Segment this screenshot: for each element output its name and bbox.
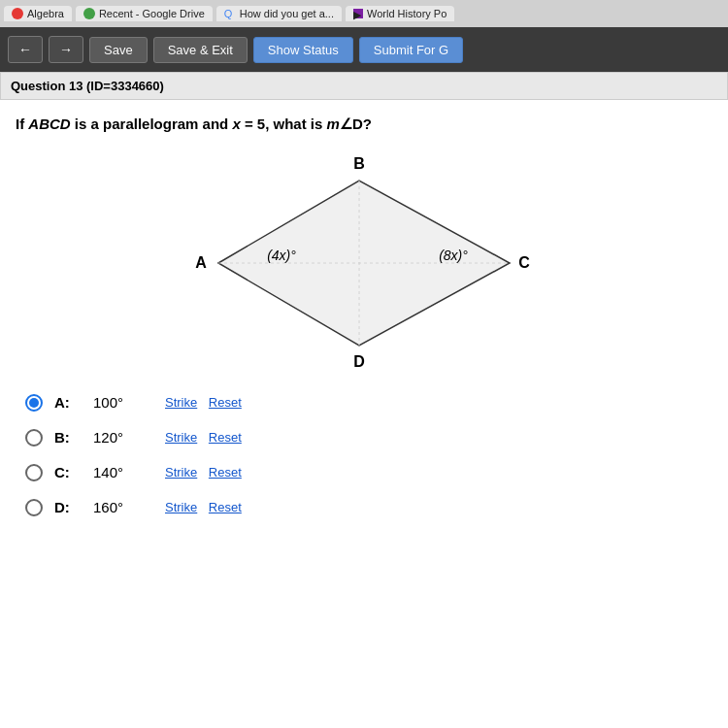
- choice-a-reset[interactable]: Reset: [209, 395, 242, 410]
- vertex-c-label: C: [518, 254, 530, 271]
- question-header: Question 13 (ID=3334660): [0, 72, 728, 100]
- answer-choice-a: A: 100° Strike Reset: [25, 394, 712, 412]
- choice-c-value: 140°: [93, 464, 142, 480]
- tab-label-history: World History Po: [367, 8, 447, 19]
- tab-search[interactable]: Q How did you get a...: [216, 6, 342, 21]
- question-angle-symbol: ∠D?: [340, 116, 372, 132]
- tab-icon-history: ▶: [353, 9, 363, 18]
- vertex-d-label: D: [353, 353, 365, 370]
- answer-choice-d: D: 160° Strike Reset: [25, 499, 712, 516]
- submit-button[interactable]: Submit For G: [359, 37, 463, 63]
- choice-b-strike[interactable]: Strike: [165, 430, 197, 445]
- choice-c-reset[interactable]: Reset: [209, 465, 242, 480]
- tab-label-algebra: Algebra: [27, 8, 64, 19]
- tab-icon-search: Q: [224, 8, 236, 19]
- tab-drive[interactable]: Recent - Google Drive: [76, 6, 213, 21]
- choice-c-links: Strike Reset: [165, 465, 249, 480]
- tab-history[interactable]: ▶ World History Po: [346, 6, 454, 21]
- choice-a-links: Strike Reset: [165, 395, 249, 410]
- question-area: Question 13 (ID=3334660) If ABCD is a pa…: [0, 72, 728, 547]
- question-prefix: If: [16, 116, 28, 132]
- radio-c[interactable]: [25, 464, 43, 481]
- vertex-a-label: A: [195, 254, 207, 271]
- question-content: If ABCD is a parallelogram and x = 5, wh…: [0, 100, 728, 547]
- question-abcd: ABCD: [28, 116, 70, 132]
- choice-d-strike[interactable]: Strike: [165, 500, 197, 514]
- tab-icon-algebra: [12, 8, 23, 19]
- tab-label-search: How did you get a...: [240, 8, 334, 19]
- radio-a[interactable]: [25, 394, 43, 412]
- parallelogram-diagram: B A C D (4x)° (8x)°: [180, 151, 548, 375]
- choice-c-strike[interactable]: Strike: [165, 465, 197, 480]
- choice-b-links: Strike Reset: [165, 430, 249, 445]
- question-xeq: x: [232, 116, 240, 132]
- diagram-container: B A C D (4x)° (8x)°: [16, 151, 712, 375]
- choice-b-reset[interactable]: Reset: [209, 430, 242, 445]
- tab-algebra[interactable]: Algebra: [4, 6, 72, 21]
- answer-choice-c: C: 140° Strike Reset: [25, 464, 712, 481]
- tab-icon-drive: [83, 8, 95, 19]
- question-middle: is a parallelogram and: [71, 116, 233, 132]
- choice-b-label: B:: [54, 429, 78, 446]
- answer-choice-b: B: 120° Strike Reset: [25, 429, 712, 447]
- choice-b-value: 120°: [93, 429, 142, 446]
- choice-a-strike[interactable]: Strike: [165, 395, 197, 410]
- choice-d-value: 160°: [93, 499, 142, 515]
- answer-choices: A: 100° Strike Reset B: 120° Strike Rese…: [16, 394, 712, 516]
- radio-a-inner: [29, 398, 39, 408]
- angle-a-label: (4x)°: [267, 248, 296, 263]
- save-exit-button[interactable]: Save & Exit: [153, 37, 248, 63]
- vertex-b-label: B: [353, 155, 365, 172]
- forward-button[interactable]: →: [49, 36, 83, 63]
- show-status-button[interactable]: Show Status: [253, 37, 353, 63]
- choice-d-label: D:: [54, 499, 78, 515]
- radio-d[interactable]: [25, 499, 43, 516]
- angle-c-label: (8x)°: [439, 248, 468, 263]
- save-button[interactable]: Save: [89, 37, 148, 63]
- choice-a-value: 100°: [93, 394, 142, 411]
- choice-a-label: A:: [54, 394, 78, 411]
- tab-bar: Algebra Recent - Google Drive Q How did …: [0, 0, 728, 27]
- radio-b[interactable]: [25, 429, 43, 447]
- choice-c-label: C:: [54, 464, 78, 480]
- question-mangle: m: [327, 116, 340, 132]
- choice-d-reset[interactable]: Reset: [209, 500, 242, 514]
- toolbar: ← → Save Save & Exit Show Status Submit …: [0, 27, 728, 72]
- choice-d-links: Strike Reset: [165, 500, 249, 514]
- back-button[interactable]: ←: [8, 36, 43, 63]
- question-text: If ABCD is a parallelogram and x = 5, wh…: [16, 114, 712, 136]
- tab-label-drive: Recent - Google Drive: [99, 8, 205, 19]
- question-xeq-val: = 5, what is: [241, 116, 327, 132]
